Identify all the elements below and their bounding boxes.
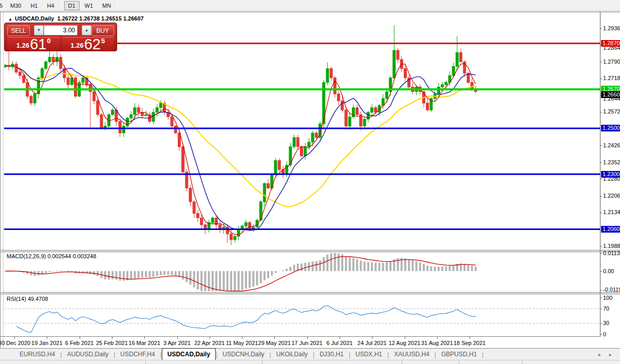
toolbar-separator	[61, 2, 62, 10]
chart-tab-gbpusd[interactable]: GBPUSD,H1	[436, 349, 482, 360]
sell-price-button[interactable]: 1.26 61 0	[7, 37, 60, 51]
axis-tick-dash	[600, 246, 602, 246]
macd-indicator-label: MACD(12,26,9) 0.002544 0.003248	[7, 253, 96, 259]
price-axis-line	[600, 12, 600, 337]
axis-tick-dash	[600, 271, 602, 272]
status-bar-divider	[522, 361, 522, 364]
axis-tick-dash	[600, 196, 602, 197]
collapse-panel-icon[interactable]: ▲	[8, 17, 12, 22]
axis-tick-dash	[600, 62, 602, 62]
price-axis-label: 100	[603, 295, 612, 301]
date-tick-dash	[242, 337, 242, 339]
axis-tick-dash	[600, 253, 602, 254]
timeframe-m30[interactable]: M30	[6, 1, 25, 10]
chart-tab-usdcnh[interactable]: USDCNH,Daily	[217, 349, 269, 360]
axis-tick-dash	[600, 323, 602, 324]
timeframe-toolbar: 5M30H1H4D1W1MN	[0, 0, 620, 11]
price-axis-label: -0.01190	[603, 286, 620, 293]
sell-price-main: 61	[30, 37, 46, 51]
chart-tab-usdchf[interactable]: USDCHF,H4	[115, 349, 160, 360]
price-level-badge: 1.25003	[601, 125, 620, 131]
rsi-indicator-label: RSI(14) 49.4708	[7, 296, 48, 302]
sell-button[interactable]: SELL	[7, 25, 30, 36]
status-bar-divider	[145, 361, 146, 364]
chart-tab-dj30[interactable]: DJ30,H1	[314, 349, 349, 360]
chart-tab-eurusd[interactable]: EURUSD,H4	[14, 349, 60, 360]
timeframe-h1[interactable]: H1	[26, 1, 42, 10]
chart-tab-usdcad[interactable]: USDCAD,Daily	[162, 348, 216, 360]
date-tick-dash	[112, 337, 112, 339]
chart-window-inner-border	[3, 12, 4, 348]
axis-tick-dash	[600, 298, 602, 298]
axis-tick-dash	[600, 79, 602, 79]
volume-input[interactable]	[44, 25, 78, 35]
date-tick-dash	[274, 337, 275, 339]
chart-window-left-border	[0, 12, 1, 364]
status-bar-divider	[459, 361, 459, 364]
chart-ohlc-values: 1.26722 1.26738 1.26515 1.26607	[57, 15, 143, 22]
chart-tab-ukoil[interactable]: UKOil,Daily	[271, 349, 313, 360]
date-tick-dash	[144, 337, 145, 339]
price-axis-label: 1.27900	[603, 59, 620, 65]
buy-price-prefix: 1.26	[70, 42, 83, 49]
price-level-badge: 1.20609	[601, 226, 620, 233]
price-axis-label: 1.21340	[603, 209, 620, 216]
price-axis-label: 1.25720	[603, 108, 620, 115]
chart-title: ▲USDCAD,Daily 1.26722 1.26738 1.26515 1.…	[7, 15, 145, 22]
date-tick-dash	[405, 337, 405, 339]
timeframe-mn[interactable]: MN	[98, 1, 115, 10]
date-tick-dash	[47, 337, 47, 339]
timeframe-h4[interactable]: H4	[43, 1, 58, 10]
volume-decrease-button[interactable]: ▼	[34, 25, 44, 35]
chart-tabs-bar: EURUSD,H4|AUDUSD,Daily|USDCHF,H4|USDCAD,…	[0, 348, 620, 360]
status-bar	[0, 360, 620, 364]
price-level-badge: 1.28700	[601, 40, 620, 47]
axis-tick-dash	[600, 112, 602, 112]
axis-tick-dash	[600, 309, 602, 309]
date-tick-dash	[210, 337, 210, 339]
current-price-badge: 1.26607	[601, 91, 620, 98]
sell-price-prefix: 1.26	[16, 42, 29, 49]
price-axis-label: 0.00	[603, 268, 614, 275]
tabs-scroll-left-icon[interactable]: ◄	[596, 352, 601, 357]
axis-tick-dash	[600, 28, 602, 29]
date-tick-dash	[80, 337, 80, 339]
price-axis-label: 1.29360	[603, 25, 620, 32]
tab-separator: |	[482, 351, 483, 360]
date-tick-dash	[340, 337, 340, 339]
timeframe-5[interactable]: 5	[0, 1, 5, 10]
axis-tick-dash	[600, 334, 602, 335]
toolbar-separator	[118, 2, 118, 10]
rsi-canvas[interactable]	[4, 294, 600, 336]
sell-price-pip: 0	[47, 37, 50, 45]
date-tick-dash	[437, 337, 438, 339]
price-axis-label: 1.19880	[603, 243, 620, 250]
chart-symbol-label: USDCAD,Daily	[15, 15, 54, 22]
axis-tick-dash	[600, 162, 602, 163]
date-tick-dash	[14, 337, 15, 339]
price-axis-label: 1.23520	[603, 159, 620, 166]
chart-tab-xauusd[interactable]: XAUUSD,H4	[389, 349, 435, 360]
timeframe-d1[interactable]: D1	[64, 1, 80, 10]
timeframe-w1[interactable]: W1	[81, 1, 98, 10]
volume-increase-button[interactable]: ▲	[82, 25, 91, 35]
status-bar-divider	[402, 361, 402, 364]
axis-tick-dash	[600, 290, 602, 291]
price-level-badge: 1.23003	[601, 171, 620, 178]
buy-button[interactable]: BUY	[91, 25, 114, 36]
date-tick-dash	[469, 337, 470, 339]
chart-tab-usdx[interactable]: USDX,H1	[350, 349, 387, 360]
price-axis-label: 30	[603, 320, 609, 327]
price-axis-label: 1.22060	[603, 193, 620, 199]
buy-price-pip: 5	[101, 37, 105, 45]
date-tick-dash	[307, 337, 308, 339]
buy-price-main: 62	[84, 37, 101, 51]
date-tick-dash	[372, 337, 372, 339]
axis-tick-dash	[600, 213, 602, 213]
chart-tab-audusd[interactable]: AUDUSD,Daily	[62, 349, 114, 360]
status-bar-divider	[262, 361, 262, 364]
tabs-scroll-right-icon[interactable]: ►	[608, 352, 613, 357]
chart-window-top-border	[0, 12, 620, 12]
price-axis-label: 0.01135	[603, 250, 620, 257]
buy-price-button[interactable]: 1.26 62 5	[62, 37, 115, 51]
